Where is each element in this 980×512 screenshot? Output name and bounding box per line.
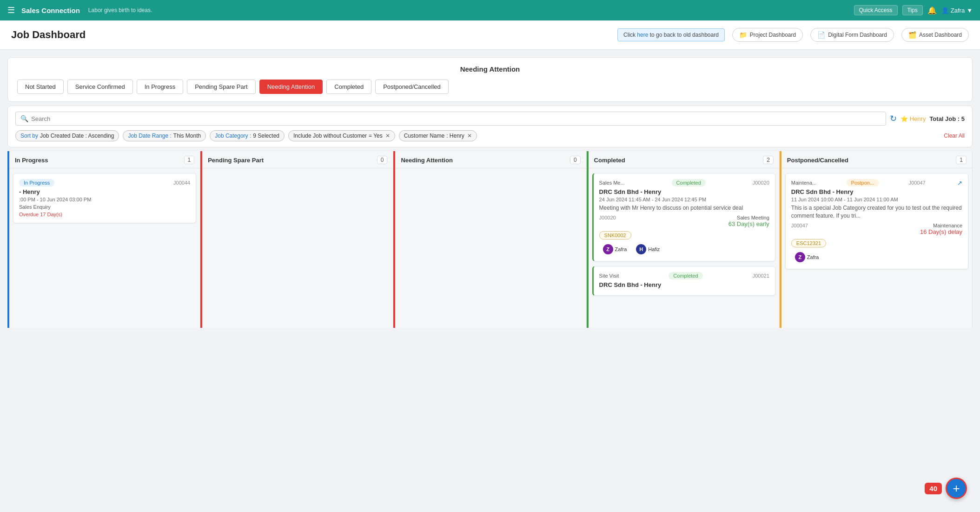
kanban-col-header-needing: Needing Attention 0 xyxy=(395,151,586,168)
kanban-col-body-postponed: Maintena... Postpon... J00047 ↗ DRC Sdn … xyxy=(781,168,972,279)
status-badge-in-progress: In Progress xyxy=(19,179,54,186)
brand-name: Sales Connection xyxy=(21,7,80,14)
old-dashboard-notice: Click here to go back to old dashboard xyxy=(617,28,725,41)
status-badge-j00020: Completed xyxy=(672,179,706,186)
tab-service-confirmed[interactable]: Service Confirmed xyxy=(67,80,133,94)
kanban-col-pending-spare-part: Pending Spare Part 0 xyxy=(200,151,393,328)
table-row[interactable]: Site Visit Completed J00021 DRC Sdn Bhd … xyxy=(592,266,775,296)
chip-no-customer-value: = Yes xyxy=(369,133,383,139)
table-row[interactable]: In Progress J00044 - Henry :00 PM - 10 J… xyxy=(13,173,196,223)
tab-pending-spare-part[interactable]: Pending Spare Part xyxy=(187,80,255,94)
tab-completed[interactable]: Completed xyxy=(326,80,371,94)
kanban-col-completed: Completed 2 Sales Me... Completed J00020… xyxy=(587,151,780,328)
user-menu[interactable]: 👤 Zafra ▼ xyxy=(941,7,973,14)
external-link-icon[interactable]: ↗ xyxy=(957,180,962,186)
digital-form-dashboard-button[interactable]: 📄 Digital Form Dashboard xyxy=(810,28,894,42)
kanban-col-body-in-progress: In Progress J00044 - Henry :00 PM - 10 J… xyxy=(9,168,200,233)
status-section: Needing Attention Not Started Service Co… xyxy=(7,57,973,102)
tips-button[interactable]: Tips xyxy=(902,5,923,15)
card-jobid2-j00020: J00020 xyxy=(599,215,616,220)
chip-sort[interactable]: Sort by Job Created Date : Ascending xyxy=(15,130,119,141)
filter-bar: 🔍 ↻ ⭐ Henry Total Job : 5 Sort by Job Cr… xyxy=(7,106,973,147)
table-row[interactable]: Maintena... Postpon... J00047 ↗ DRC Sdn … xyxy=(785,173,968,269)
topnav-right: Quick Access Tips 🔔 👤 Zafra ▼ xyxy=(854,5,973,15)
hamburger-icon[interactable]: ☰ xyxy=(7,5,15,15)
chip-no-customer-close[interactable]: ✕ xyxy=(385,133,390,139)
chip-customer[interactable]: Customer Name : Henry ✕ xyxy=(399,130,477,141)
job-id-j00047: J00047 xyxy=(909,180,926,186)
avatar-hafiz: H Hafiz xyxy=(632,243,663,255)
card-date-j00047: 11 Jun 2024 10:00 AM - 11 Jun 2024 11:00… xyxy=(791,197,962,202)
kanban-col-title-needing: Needing Attention xyxy=(401,157,452,164)
card-desc-j00047: This is a special Job Category created f… xyxy=(791,204,962,220)
job-id-j00021: J00021 xyxy=(753,273,769,279)
status-tabs: Not Started Service Confirmed In Progres… xyxy=(17,80,963,94)
kanban-count-pending: 0 xyxy=(377,156,388,164)
tab-not-started[interactable]: Not Started xyxy=(17,80,64,94)
project-dashboard-button[interactable]: 📁 Project Dashboard xyxy=(732,28,803,42)
card-category-top-j00021: Site Visit xyxy=(599,273,619,279)
card-date-j00044: :00 PM - 10 Jun 2024 03:00 PM xyxy=(19,197,190,202)
card-timing-j00044: Overdue 17 Day(s) xyxy=(19,212,62,217)
customer-henry: - Henry xyxy=(19,188,190,195)
topnav: ☰ Sales Connection Labor gives birth to … xyxy=(0,0,980,20)
tab-postponed-cancelled[interactable]: Postponed/Cancelled xyxy=(375,80,449,94)
asset-dashboard-button[interactable]: 🗂️ Asset Dashboard xyxy=(901,28,969,42)
page-title: Job Dashboard xyxy=(11,29,610,41)
filter-chips: Sort by Job Created Date : Ascending Job… xyxy=(15,130,965,141)
star-badge: ⭐ Henry xyxy=(901,115,926,122)
old-dashboard-link[interactable]: here xyxy=(637,32,648,38)
chip-date-range[interactable]: Job Date Range : This Month xyxy=(123,130,206,141)
kanban-col-title-in-progress: In Progress xyxy=(15,157,48,164)
kanban-count-in-progress: 1 xyxy=(184,156,195,164)
old-dashboard-suffix: to go back to old dashboard xyxy=(650,32,719,38)
avatar-zafra: Z Zafra xyxy=(599,243,631,255)
avatar-zafra-j00047: Z Zafra xyxy=(791,251,823,263)
table-row[interactable]: Sales Me... Completed J00020 DRC Sdn Bhd… xyxy=(592,173,775,261)
chip-date-label: Job Date Range : xyxy=(128,133,171,139)
kanban-count-needing: 0 xyxy=(570,156,581,164)
clear-all-button[interactable]: Clear All xyxy=(944,133,965,139)
avatar-name-hafiz: Hafiz xyxy=(648,246,660,252)
status-badge-j00047: Postpon... xyxy=(847,179,879,186)
card-cat-j00020: Sales Meeting xyxy=(737,215,769,220)
kanban-col-body-needing xyxy=(395,168,586,178)
chevron-down-icon: ▼ xyxy=(967,7,973,14)
kanban-col-body-completed: Sales Me... Completed J00020 DRC Sdn Bhd… xyxy=(589,168,779,305)
kanban-count-completed: 2 xyxy=(763,156,774,164)
card-timing-j00020: 63 Day(s) early xyxy=(728,220,769,227)
avatar-circle-zafra: Z xyxy=(603,244,613,254)
chip-customer-close[interactable]: ✕ xyxy=(467,133,472,139)
avatar-name-zafra-j00047: Zafra xyxy=(807,254,819,260)
kanban-col-postponed: Postponed/Cancelled 1 Maintena... Postpo… xyxy=(780,151,973,328)
tag-esc12321: ESC12321 xyxy=(791,239,826,247)
digital-form-dashboard-label: Digital Form Dashboard xyxy=(828,32,887,38)
kanban-col-title-postponed: Postponed/Cancelled xyxy=(787,157,848,164)
bell-icon[interactable]: 🔔 xyxy=(927,6,937,15)
chip-no-customer[interactable]: Include Job without Customer = Yes ✕ xyxy=(288,130,395,141)
chip-category[interactable]: Job Category : 9 Selected xyxy=(210,130,285,141)
kanban-col-header-in-progress: In Progress 1 xyxy=(9,151,200,168)
user-name: Zafra xyxy=(951,7,965,14)
star-icon: ⭐ xyxy=(901,115,908,122)
user-icon: 👤 xyxy=(941,7,949,14)
asset-icon: 🗂️ xyxy=(908,31,916,39)
chip-category-label: Job Category : xyxy=(215,133,251,139)
old-dashboard-text: Click xyxy=(623,32,636,38)
kanban-col-header-completed: Completed 2 xyxy=(589,151,779,168)
kanban-col-header-postponed: Postponed/Cancelled 1 xyxy=(781,151,972,168)
search-input-wrap[interactable]: 🔍 xyxy=(15,112,886,126)
form-icon: 📄 xyxy=(817,31,825,39)
search-input[interactable] xyxy=(31,115,881,122)
status-badge-j00021: Completed xyxy=(669,272,702,279)
card-timing-j00047: 16 Day(s) delay xyxy=(920,228,962,235)
quick-access-button[interactable]: Quick Access xyxy=(854,5,898,15)
refresh-button[interactable]: ↻ xyxy=(890,113,897,124)
card-category-top-j00020: Sales Me... xyxy=(599,180,625,186)
tab-in-progress[interactable]: In Progress xyxy=(137,80,183,94)
tagline: Labor gives birth to ideas. xyxy=(88,7,849,13)
page-header: Job Dashboard Click here to go back to o… xyxy=(0,20,980,50)
tab-needing-attention[interactable]: Needing Attention xyxy=(259,80,323,94)
card-avatars-j00047: Z Zafra xyxy=(791,251,962,263)
kanban-col-body-pending xyxy=(202,168,393,178)
